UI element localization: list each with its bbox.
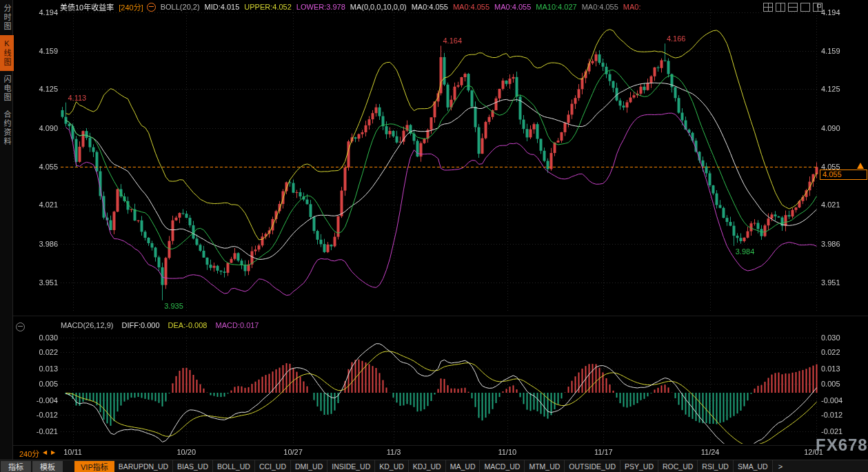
bottom-tab-dmi_ud[interactable]: DMI_UD [291,460,327,472]
bottom-tab-roc_ud[interactable]: ROC_UD [658,460,698,472]
layout-single-icon[interactable] [800,3,810,12]
bottom-tab-inside_ud[interactable]: INSIDE_UD [327,460,375,472]
collapse-main-indicator-icon[interactable] [147,3,156,12]
bottom-tab-1[interactable]: 模板 [32,461,63,472]
bottom-tab-0[interactable]: 指标 [1,461,31,472]
instrument-title: 美债10年收益率 [60,1,114,12]
price-chart-canvas[interactable] [0,0,868,472]
bottom-tab-boll_ud[interactable]: BOLL_UD [213,460,255,472]
price-up-arrow-icon [857,163,864,169]
indicator-readout-8: MA10:4.027 [536,3,576,11]
bottom-tab-ma_ud[interactable]: MA_UD [446,460,481,472]
macd-diff-value: DIFF:0.000 [121,321,159,329]
bottom-tab-outside_ud[interactable]: OUTSIDE_UD [565,460,620,472]
timeframe-label[interactable]: [240分] [119,1,143,12]
bottom-tab-barupdn_ud[interactable]: BARUPDN_UD [114,460,173,472]
indicator-readout-6: MA0:4.055 [453,3,489,11]
last-price-tag: 4.055 [820,170,867,180]
layout-hsplit-icon[interactable] [788,3,798,12]
bottom-tabs-more-button[interactable]: > [773,460,788,472]
watermark: FX678 [816,435,868,455]
bottom-tab-rsi_ud[interactable]: RSI_UD [698,460,734,472]
indicator-readout-5: MA0:4.055 [412,3,448,11]
bottom-tab-sma_ud[interactable]: SMA_UD [734,460,773,472]
window-popout-icon[interactable] [813,3,822,12]
scroll-right-icon[interactable]: ▶ [51,449,55,455]
indicator-readout-1: MID:4.015 [205,3,240,11]
indicator-readout-9: MA0:4.055 [582,3,618,11]
indicator-readout-2: UPPER:4.052 [244,3,291,11]
sidebar-item-contract-info[interactable]: 合约资料 [0,106,14,150]
bottom-tab-macd_ud[interactable]: MACD_UD [480,460,525,472]
sidebar-item-time-chart[interactable]: 分时图 [0,0,14,35]
sidebar-item-kline-chart[interactable]: K线图 [0,35,14,71]
indicator-readout-10: MA0: [623,3,641,11]
scroll-left-icon[interactable]: ◀ [43,449,47,455]
layout-quad-icon[interactable] [763,3,773,12]
macd-label: MACD(26,12,9) [61,321,113,329]
bottom-tab-mtm_ud[interactable]: MTM_UD [525,460,565,472]
chart-type-sidebar: 分时图K线图闪电图合约资料 [0,0,13,460]
indicator-readouts: BOLL(20,2)MID:4.015UPPER:4.052LOWER:3.97… [161,3,646,11]
bottom-tab-vip[interactable]: VIP指标 [74,461,114,472]
sidebar-item-flash-chart[interactable]: 闪电图 [0,71,14,106]
bottom-tab-cci_ud[interactable]: CCI_UD [255,460,291,472]
bottom-tab-bias_ud[interactable]: BIAS_UD [173,460,213,472]
collapse-macd-icon[interactable] [16,322,25,331]
indicator-readout-7: MA0:4.055 [494,3,531,11]
chart-header: 美债10年收益率 [240分] BOLL(20,2)MID:4.015UPPER… [13,0,868,14]
timeframe-footer-label: 240分 [19,448,39,459]
macd-header: MACD(26,12,9) DIFF:0.000 DEA:-0.008 MACD… [61,321,265,329]
bottom-tab-kdj_ud[interactable]: KDJ_UD [409,460,446,472]
bottom-tab-kd_ud[interactable]: KD_UD [375,460,409,472]
window-layout-icons [763,3,822,12]
macd-macd-value: MACD:0.017 [216,321,259,329]
layout-vsplit-icon[interactable] [776,3,785,12]
macd-dea-value: DEA:-0.008 [168,321,208,329]
indicator-readout-0: BOLL(20,2) [161,3,200,11]
bottom-tab-bar: 指标模板VIP指标BARUPDN_UDBIAS_UDBOLL_UDCCI_UDD… [0,460,868,472]
indicator-readout-4: MA(0,0,0,10,0,0) [350,3,407,11]
bottom-tab-psy_ud[interactable]: PSY_UD [620,460,658,472]
indicator-readout-3: LOWER:3.978 [296,3,345,11]
